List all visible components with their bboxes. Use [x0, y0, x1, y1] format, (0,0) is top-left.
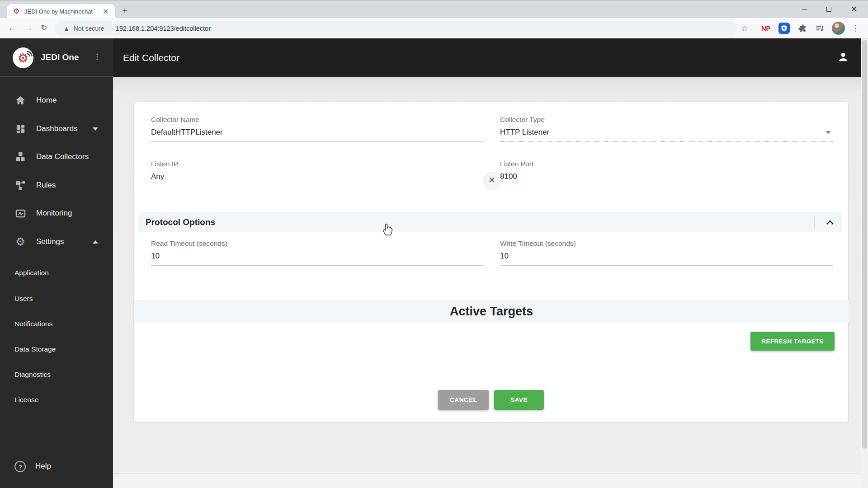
window-minimize-button[interactable]: – [794, 0, 815, 19]
url-text[interactable]: 192.168.1.204:9123/editcollector [116, 25, 211, 32]
sidebar-item-rules[interactable]: Rules [0, 175, 113, 195]
tab-title: JEDI One by Machinechat [24, 8, 101, 15]
browser-tab[interactable]: ⚙ JEDI One by Machinechat ✕ [7, 4, 115, 19]
protocol-options-title: Protocol Options [146, 212, 215, 232]
sidebar: ⚙ JEDI One ⋮ Home Dashboards [0, 38, 113, 488]
write-timeout-label: Write Timeout (seconds) [500, 239, 833, 248]
sidebar-item-diagnostics[interactable]: Diagnostics [0, 366, 113, 383]
collector-type-value: HTTP Listener [500, 128, 549, 136]
listen-ip-label: Listen IP [151, 160, 484, 168]
home-icon [14, 94, 26, 106]
edit-collector-card: Collector Name Collector Type HTTP Liste… [133, 102, 849, 422]
settings-gear-icon: ⚙ [14, 236, 26, 248]
page-scrollbar[interactable] [861, 38, 868, 488]
active-targets-section: Active Targets [134, 300, 849, 323]
rules-icon [14, 179, 26, 191]
sidebar-item-help[interactable]: ? Help [0, 456, 113, 476]
dashboards-icon [14, 123, 26, 135]
write-timeout-input[interactable] [500, 252, 833, 266]
collector-type-label: Collector Type [500, 116, 833, 124]
forward-icon[interactable]: → [21, 18, 36, 38]
sidebar-item-settings[interactable]: ⚙ Settings [0, 232, 113, 252]
sidebar-menu-dots-icon[interactable]: ⋮ [93, 52, 101, 61]
shield-icon [780, 24, 788, 32]
tab-close-icon[interactable]: ✕ [101, 7, 110, 16]
new-tab-button[interactable]: + [118, 5, 131, 18]
media-playlist-icon[interactable] [812, 18, 827, 38]
main-content: Collector Name Collector Type HTTP Liste… [113, 77, 861, 488]
bitwarden-shield-icon[interactable] [777, 18, 791, 38]
sidebar-item-application[interactable]: Application [0, 264, 113, 282]
browser-menu-icon[interactable]: ⋮ [848, 18, 863, 38]
collector-type-select[interactable]: HTTP Listener [500, 128, 833, 142]
listen-ip-input[interactable] [151, 172, 484, 186]
scrollbar-thumb[interactable] [862, 40, 867, 449]
bookmark-star-icon[interactable]: ☆ [737, 18, 752, 38]
clear-ip-icon[interactable]: ✕ [483, 172, 500, 189]
jedi-logo: ⚙ [13, 47, 33, 68]
profile-avatar[interactable] [831, 18, 845, 38]
read-timeout-input[interactable] [151, 252, 484, 266]
np-extension-icon[interactable]: NP [759, 18, 773, 38]
collector-name-label: Collector Name [151, 116, 484, 124]
collapse-chevron-icon[interactable] [826, 219, 835, 227]
reload-icon[interactable]: ↻ [36, 18, 52, 38]
read-timeout-field: Read Timeout (seconds) [151, 239, 484, 266]
sidebar-item-monitoring[interactable]: Monitoring [0, 203, 113, 223]
collector-name-field: Collector Name [151, 116, 484, 142]
write-timeout-field: Write Timeout (seconds) [500, 239, 833, 266]
panel-divider [814, 216, 815, 228]
browser-window: ⚙ JEDI One by Machinechat ✕ + – ✕ ← → ↻ … [0, 0, 868, 488]
page-title: Edit Collector [123, 38, 179, 77]
omnibox-divider [110, 24, 110, 33]
sidebar-item-data-collectors[interactable]: Data Collectors [0, 147, 113, 167]
listen-port-input[interactable] [500, 172, 833, 186]
extensions-puzzle-icon[interactable] [795, 18, 809, 38]
user-account-icon[interactable] [837, 51, 849, 65]
help-question-icon: ? [14, 461, 26, 472]
security-label[interactable]: Not secure [74, 25, 104, 32]
listen-ip-field: Listen IP ✕ [151, 160, 484, 186]
sidebar-item-license[interactable]: License [0, 391, 113, 408]
brand-name: JEDI One [41, 52, 79, 62]
chevron-up-icon [93, 240, 98, 244]
sidebar-divider [0, 76, 113, 77]
sidebar-item-data-storage[interactable]: Data Storage [0, 341, 113, 358]
save-button[interactable]: SAVE [494, 390, 544, 410]
sidebar-item-users[interactable]: Users [0, 290, 113, 307]
window-maximize-button[interactable] [818, 0, 839, 19]
monitoring-icon [14, 207, 26, 219]
cancel-button[interactable]: CANCEL [438, 390, 489, 410]
browser-titlebar: ⚙ JEDI One by Machinechat ✕ + – ✕ [0, 0, 868, 18]
collector-type-field: Collector Type HTTP Listener [500, 116, 833, 142]
logo-signal-icon [23, 49, 33, 58]
jedi-favicon-gear-icon: ⚙ [12, 7, 21, 16]
sidebar-item-dashboards[interactable]: Dashboards [0, 119, 113, 139]
data-collectors-icon [14, 151, 26, 163]
back-icon[interactable]: ← [5, 18, 20, 38]
refresh-targets-button[interactable]: REFRESH TARGETS [750, 332, 835, 351]
brand-header[interactable]: ⚙ JEDI One ⋮ [0, 47, 113, 70]
not-secure-warning-icon[interactable]: ▲ [63, 25, 70, 32]
read-timeout-label: Read Timeout (seconds) [151, 239, 484, 248]
listen-port-field: Listen Port [500, 160, 833, 186]
window-close-button[interactable]: ✕ [844, 0, 864, 19]
listen-port-label: Listen Port [500, 160, 833, 168]
active-targets-title: Active Targets [134, 300, 849, 323]
collector-name-input[interactable] [151, 128, 484, 142]
select-caret-icon [826, 131, 831, 134]
chevron-down-icon [93, 127, 98, 131]
sidebar-item-home[interactable]: Home [0, 90, 113, 110]
address-bar[interactable]: ▲ Not secure 192.168.1.204:9123/editcoll… [55, 21, 737, 36]
protocol-options-header[interactable]: Protocol Options [138, 212, 842, 232]
browser-toolbar: ← → ↻ ▲ Not secure 192.168.1.204:9123/ed… [0, 18, 868, 38]
content-footer-strip [113, 473, 861, 488]
sidebar-item-notifications[interactable]: Notifications [0, 315, 113, 333]
app-header: Edit Collector [113, 38, 861, 77]
